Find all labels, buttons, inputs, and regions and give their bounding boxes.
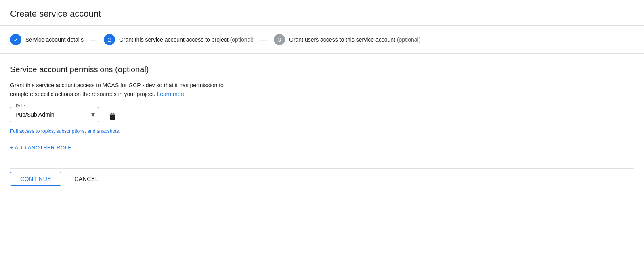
page-container: Create service account ✓ Service account… [0,0,644,273]
step-2: 2 Grant this service account access to p… [104,34,254,45]
step-3-circle: 3 [274,34,285,45]
step-1-label: Service account details [25,36,84,43]
action-row: CONTINUE CANCEL [10,168,634,186]
step-1: ✓ Service account details [10,34,84,45]
checkmark-icon: ✓ [13,36,19,44]
section-title: Service account permissions (optional) [10,65,634,74]
step-divider-1: — [90,36,97,44]
add-another-role-button[interactable]: + ADD ANOTHER ROLE [10,143,71,152]
continue-button[interactable]: CONTINUE [10,172,61,186]
role-row: Role Pub/Sub Admin ▾ 🗑 [10,107,634,124]
learn-more-link[interactable]: Learn more [157,91,186,97]
stepper-bar: ✓ Service account details — 2 Grant this… [0,26,644,54]
role-label: Role [14,103,27,108]
step-2-optional: (optional) [230,36,254,43]
delete-icon: 🗑 [109,112,117,121]
content-area: Service account permissions (optional) G… [0,54,644,197]
role-select-wrapper: Role Pub/Sub Admin ▾ [10,107,99,122]
step-2-number: 2 [108,37,111,43]
description: Grant this service account access to MCA… [10,81,301,99]
step-1-circle: ✓ [10,34,21,45]
step-2-circle: 2 [104,34,115,45]
step-3-optional: (optional) [397,36,420,43]
description-text-1: Grant this service account access to MCA… [10,82,224,88]
step-3-label: Grant users access to this service accou… [289,36,420,43]
page-header: Create service account [0,0,644,26]
page-title: Create service account [10,8,634,19]
step-3-number: 3 [278,37,281,43]
delete-role-button[interactable]: 🗑 [105,109,120,124]
role-hint: Full access to topics, subscriptions, an… [10,128,147,135]
step-3: 3 Grant users access to this service acc… [274,34,420,45]
step-divider-2: — [260,36,267,44]
cancel-button[interactable]: CANCEL [68,172,105,185]
role-select[interactable]: Pub/Sub Admin [10,107,99,122]
description-text-2: complete specific actions on the resourc… [10,91,157,97]
step-2-label: Grant this service account access to pro… [119,36,254,43]
